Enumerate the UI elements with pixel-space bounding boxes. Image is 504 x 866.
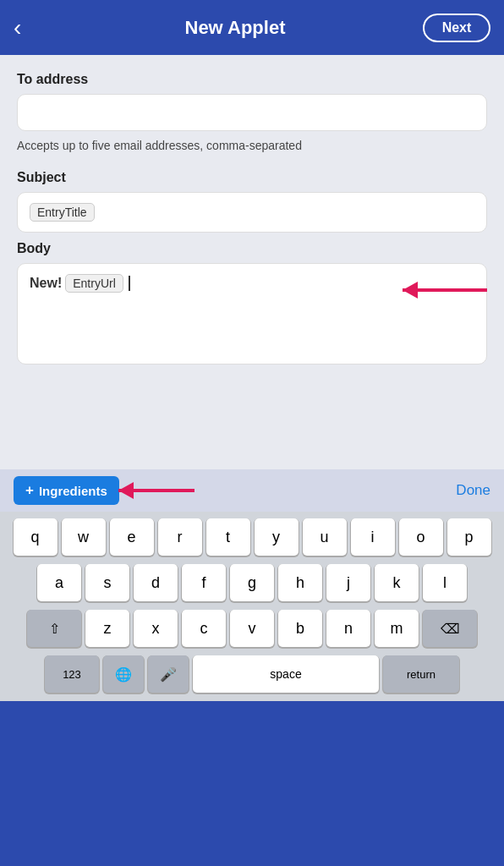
to-address-helper: Accepts up to five email addresses, comm… [17,138,487,155]
key-z[interactable]: z [85,610,129,647]
body-bold-text: New! [30,276,62,291]
key-e[interactable]: e [110,518,154,556]
key-q[interactable]: q [14,518,58,556]
keyboard-row-2: a s d f g h j k l [3,564,501,601]
key-h[interactable]: h [278,564,322,601]
subject-label: Subject [17,170,487,185]
key-numbers[interactable]: 123 [45,655,99,693]
key-v[interactable]: v [230,610,274,647]
key-k[interactable]: k [375,564,419,601]
key-u[interactable]: u [303,518,347,556]
ingredients-arrow-annotation [110,474,203,507]
ingredients-bar: + Ingredients Done [0,469,504,512]
key-delete[interactable]: ⌫ [423,610,477,647]
key-p[interactable]: p [447,518,491,556]
key-a[interactable]: a [37,564,81,601]
ingredients-label: Ingredients [39,484,107,498]
key-g[interactable]: g [230,564,274,601]
key-globe[interactable]: 🌐 [103,655,144,693]
key-s[interactable]: s [85,564,129,601]
keyboard: q w e r t y u i o p a s d f g h j k l ⇧ … [0,512,504,701]
key-b[interactable]: b [278,610,322,647]
to-address-label: To address [17,72,487,87]
keyboard-row-4: 123 🌐 🎤 space return [3,655,501,693]
key-m[interactable]: m [375,610,419,647]
body-input[interactable]: New! EntryUrl [17,263,487,364]
text-cursor [129,276,130,291]
key-r[interactable]: r [158,518,202,556]
back-button[interactable]: ‹ [14,14,47,41]
subject-pill: EntryTitle [30,203,95,222]
to-address-input[interactable] [17,94,487,131]
key-shift[interactable]: ⇧ [27,610,81,647]
key-i[interactable]: i [351,518,395,556]
done-button[interactable]: Done [456,482,490,499]
ingredients-button[interactable]: + Ingredients [14,476,119,505]
key-f[interactable]: f [182,564,226,601]
svg-marker-3 [118,482,134,499]
toolbar-wrapper: + Ingredients Done [0,469,504,512]
next-button[interactable]: Next [423,14,490,42]
body-pill: EntryUrl [65,274,123,293]
subject-input[interactable]: EntryTitle [17,192,487,233]
plus-icon: + [25,482,34,499]
body-field-wrapper: New! EntryUrl [17,263,487,364]
keyboard-row-3: ⇧ z x c v b n m ⌫ [3,610,501,647]
key-d[interactable]: d [134,564,178,601]
key-y[interactable]: y [255,518,299,556]
form-content: To address Accepts up to five email addr… [0,55,504,469]
key-x[interactable]: x [134,610,178,647]
key-mic[interactable]: 🎤 [148,655,189,693]
body-label: Body [17,241,487,256]
key-n[interactable]: n [326,610,370,647]
key-c[interactable]: c [182,610,226,647]
key-w[interactable]: w [62,518,106,556]
key-j[interactable]: j [326,564,370,601]
key-return[interactable]: return [383,655,459,693]
key-l[interactable]: l [423,564,467,601]
key-o[interactable]: o [399,518,443,556]
page-title: New Applet [47,17,423,39]
key-t[interactable]: t [206,518,250,556]
key-space[interactable]: space [193,655,379,693]
header: ‹ New Applet Next [0,0,504,55]
keyboard-row-1: q w e r t y u i o p [3,518,501,556]
